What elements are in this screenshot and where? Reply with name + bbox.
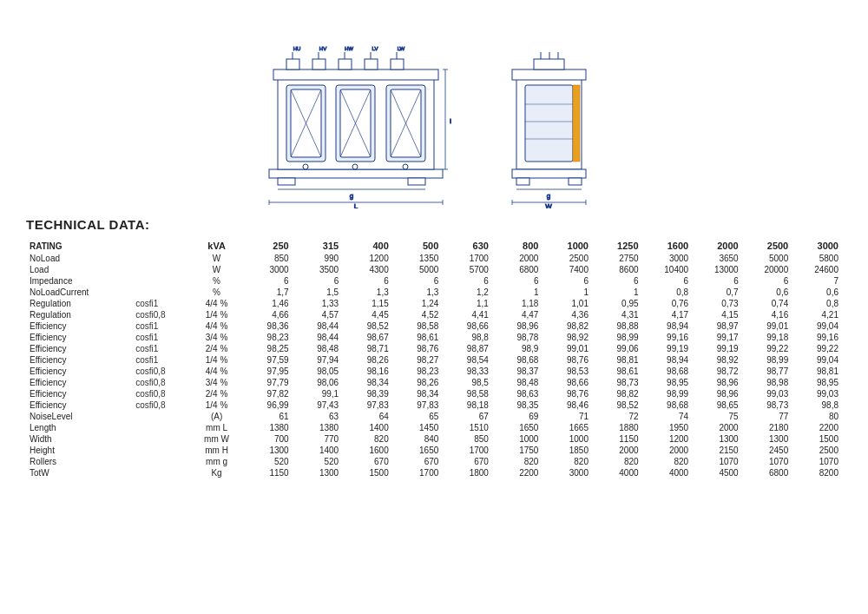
row-value: 98,5 [442,377,492,388]
row-label: Efficiency [26,320,132,332]
row-value: 700 [242,433,293,445]
row-value: 97,83 [342,399,392,411]
svg-rect-56 [512,169,586,178]
svg-rect-9 [391,59,404,69]
row-value: 1700 [442,445,492,456]
row-value: 99,16 [792,332,842,343]
row-value: 98,71 [342,343,392,354]
row-label: NoLoad [26,253,132,264]
row-value: 3000 [542,467,592,479]
row-sub: cosfi0,8 [132,377,191,388]
row-value: 2000 [642,445,693,456]
row-value: 99,18 [742,332,792,343]
row-value: 820 [642,456,693,467]
row-value: 98,82 [592,388,642,399]
row-value: 98,76 [542,354,592,366]
row-value: 98,48 [293,343,343,354]
row-value: 98,35 [492,399,542,411]
row-value: 98,99 [642,388,693,399]
svg-text:g: g [547,192,550,200]
row-unit: 4/4 % [191,320,242,332]
row-value: 97,83 [392,399,443,411]
row-label: NoiseLevel [26,411,132,422]
row-sub: cosfi1 [132,354,191,366]
row-value: 1,3 [342,287,392,298]
table-row: Efficiencycosfi0,82/4 %97,8299,198,3998,… [26,388,842,399]
row-value: 1,2 [442,287,492,298]
row-value: 2750 [592,253,642,264]
table-row: Efficiencycosfi12/4 %98,2598,4898,7198,7… [26,343,842,354]
row-value: 4,41 [442,309,492,320]
row-unit: 1/4 % [191,399,242,411]
row-value: 1700 [392,467,443,479]
svg-rect-55 [573,85,580,162]
row-value: 98,52 [592,399,642,411]
row-value: 97,59 [242,354,293,366]
row-value: 98,94 [642,320,693,332]
row-value: 69 [492,411,542,422]
row-value: 820 [342,433,392,445]
row-value: 2180 [742,422,792,433]
row-value: 6 [592,275,642,287]
row-value: 2500 [792,445,842,456]
row-label: Rollers [26,456,132,467]
row-value: 1,01 [542,298,592,309]
row-value: 5800 [792,253,842,264]
row-value: 98,23 [242,332,293,343]
row-value: 98,72 [692,366,742,377]
svg-point-33 [352,164,358,169]
row-value: 1650 [392,445,443,456]
table-row: Regulationcosfi14/4 %1,461,331,151,241,1… [26,298,842,309]
row-value: 67 [442,411,492,422]
row-value: 820 [592,456,642,467]
row-value: 99,22 [792,343,842,354]
header-col: 1600 [642,239,693,253]
row-value: 1200 [642,433,693,445]
row-value: 2150 [692,445,742,456]
row-value: 1200 [342,253,392,264]
row-value: 13000 [692,264,742,275]
row-label: Regulation [26,309,132,320]
row-label: Impedance [26,275,132,287]
row-value: 98,8 [442,332,492,343]
row-value: 1300 [293,467,343,479]
svg-text:g: g [350,192,353,200]
table-row: NoLoadCurrent%1,71,51,31,31,21110,80,70,… [26,287,842,298]
row-value: 820 [542,456,592,467]
row-value: 4000 [592,467,642,479]
row-value: 670 [442,456,492,467]
row-value: 1,7 [242,287,293,298]
table-row: TotWKg1150130015001700180022003000400040… [26,467,842,479]
row-unit: Kg [191,467,242,479]
row-value: 98,06 [293,377,343,388]
row-value: 98,61 [592,366,642,377]
row-value: 97,94 [293,354,343,366]
row-value: 6 [342,275,392,287]
table-row: Impedance%666666666667 [26,275,842,287]
row-value: 99,04 [792,354,842,366]
row-sub: cosfi1 [132,343,191,354]
row-value: 670 [342,456,392,467]
row-value: 98,44 [293,320,343,332]
row-unit: 4/4 % [191,298,242,309]
technical-data-table: RATINGkVA2503154005006308001000125016002… [26,239,842,479]
row-value: 0,6 [742,287,792,298]
row-value: 99,01 [742,320,792,332]
row-value: 98,54 [442,354,492,366]
row-value: 24600 [792,264,842,275]
row-value: 98,68 [492,354,542,366]
row-value: 98,96 [492,320,542,332]
row-value: 8200 [792,467,842,479]
row-value: 1750 [492,445,542,456]
svg-text:LW: LW [398,46,405,51]
row-value: 0,74 [742,298,792,309]
row-label: Efficiency [26,332,132,343]
row-unit: 4/4 % [191,366,242,377]
row-value: 98,52 [342,320,392,332]
row-value: 6800 [742,467,792,479]
row-value: 1070 [692,456,742,467]
row-value: 98,8 [792,399,842,411]
row-label: Efficiency [26,366,132,377]
row-label: TotW [26,467,132,479]
row-value: 98,25 [242,343,293,354]
